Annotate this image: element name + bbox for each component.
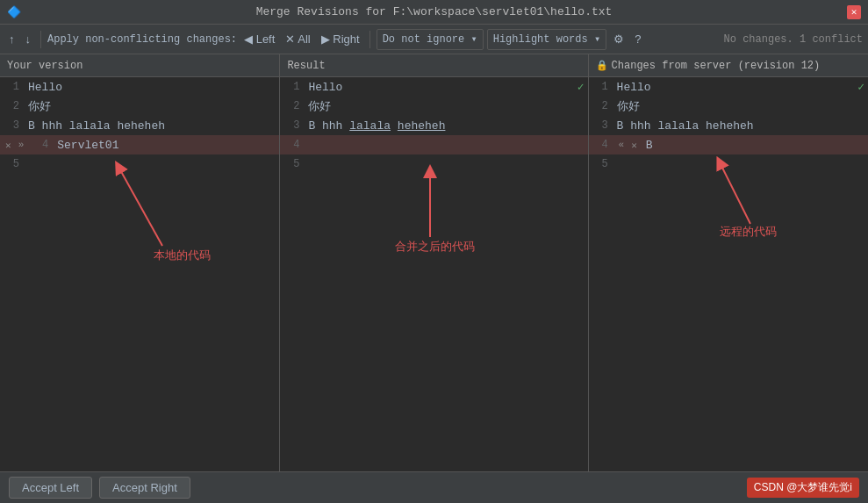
bottom-right: CSDN @大梦谁先觉i xyxy=(747,478,859,498)
table-row: 5 xyxy=(280,154,587,174)
line-content: Servlet01 xyxy=(54,139,279,152)
line-number: 2 xyxy=(589,100,613,112)
left-header-label: Your version xyxy=(7,60,82,72)
conflict-x-marker: ✕ xyxy=(3,140,14,151)
line-number: 4 xyxy=(589,139,613,151)
line-content: Hello xyxy=(305,81,577,94)
line-content: B hhh lalala heheheh xyxy=(25,119,279,133)
table-row: 1 Hello ✓ xyxy=(280,77,587,97)
toolbar-separator-2 xyxy=(369,31,370,48)
table-row: 1 Hello xyxy=(0,77,279,97)
ignore-dropdown[interactable]: Do not ignore ▾ xyxy=(377,29,484,50)
toolbar-separator-1 xyxy=(40,31,41,48)
line-number: 5 xyxy=(280,158,305,170)
table-row: 3 B hhh lalala heheheh xyxy=(589,116,868,135)
apply-right-button[interactable]: ▶ Right xyxy=(318,31,363,47)
right-header-label: Changes from server (revision 12) xyxy=(612,60,821,72)
line-number: 1 xyxy=(280,81,305,93)
table-row: 2 你好 xyxy=(0,97,279,116)
help-button[interactable]: ? xyxy=(631,31,644,47)
line-content: Hello xyxy=(25,81,279,94)
conflict-controls: ✕ » xyxy=(0,140,29,151)
middle-panel-content: 1 Hello ✓ 2 你好 3 B hhh lalala heheheh 4 xyxy=(280,77,587,471)
line-number: 1 xyxy=(0,81,25,93)
toolbar-right: No changes. 1 conflict xyxy=(724,33,863,46)
toolbar: ↑ ↓ Apply non-conflicting changes: ◀ Lef… xyxy=(0,25,868,54)
conflict-row: 4 xyxy=(280,135,587,154)
line-number: 1 xyxy=(589,81,613,93)
apply-all-button[interactable]: ✕ All xyxy=(282,31,313,47)
accept-right-button[interactable]: Accept Right xyxy=(99,477,190,499)
line-content: 你好 xyxy=(305,98,587,114)
table-row: 5 xyxy=(0,154,279,174)
line-number: 2 xyxy=(280,100,305,112)
close-button[interactable]: ✕ xyxy=(847,5,861,19)
conflict-row: ✕ » 4 Servlet01 xyxy=(0,135,279,154)
left-code-area: 1 Hello 2 你好 3 B hhh lalala heheheh ✕ » xyxy=(0,77,279,471)
checkmark-icon: ✓ xyxy=(577,80,588,94)
middle-panel-header: Result xyxy=(280,54,587,77)
bottom-buttons: Accept Left Accept Right xyxy=(9,477,190,499)
line-number: 3 xyxy=(0,119,25,132)
line-number: 5 xyxy=(589,158,613,170)
right-panel-header: 🔒 Changes from server (revision 12) xyxy=(589,54,868,77)
middle-panel: Result 1 Hello ✓ 2 你好 3 B hhh lalala heh… xyxy=(280,54,588,471)
middle-code-area: 1 Hello ✓ 2 你好 3 B hhh lalala heheheh 4 xyxy=(280,77,587,471)
lock-icon: 🔒 xyxy=(596,60,608,71)
conflict-arrow-marker: » xyxy=(16,140,27,150)
table-row: 3 B hhh lalala heheheh xyxy=(280,116,587,135)
title-bar: 🔷 Merge Revisions for F:\workspace\servl… xyxy=(0,0,868,25)
line-number: 2 xyxy=(0,100,25,112)
accept-left-button[interactable]: Accept Left xyxy=(9,477,92,499)
left-panel-header: Your version xyxy=(0,54,279,77)
line-content: 你好 xyxy=(25,98,279,114)
line-number: 3 xyxy=(280,119,305,132)
window-title: Merge Revisions for F:\workspace\servlet… xyxy=(256,5,613,18)
prev-button[interactable]: ↑ xyxy=(5,31,18,47)
line-content: 你好 xyxy=(613,98,868,114)
line-content: Hello xyxy=(613,81,858,94)
middle-header-label: Result xyxy=(287,60,325,72)
apply-left-button[interactable]: ◀ Left xyxy=(240,31,278,47)
right-code-area: 1 Hello ✓ 2 你好 3 B hhh lalala heheheh 4 … xyxy=(589,77,868,471)
left-panel: Your version 1 Hello 2 你好 3 B hhh lalala… xyxy=(0,54,280,471)
line-number: 4 xyxy=(29,139,54,151)
settings-button[interactable]: ⚙ xyxy=(610,31,628,47)
line-number: 3 xyxy=(589,119,613,132)
line-number: 5 xyxy=(0,158,25,170)
left-panel-content: 1 Hello 2 你好 3 B hhh lalala heheheh ✕ » xyxy=(0,77,279,471)
highlight-dropdown[interactable]: Highlight words ▾ xyxy=(487,29,606,50)
app-icon: 🔷 xyxy=(7,5,21,19)
table-row: 1 Hello ✓ xyxy=(589,77,868,97)
line-number: 4 xyxy=(280,139,305,151)
bottom-bar: Accept Left Accept Right CSDN @大梦谁先觉i xyxy=(0,471,868,503)
line-content: B hhh lalala heheheh xyxy=(305,119,587,133)
conflict-controls: « ✕ xyxy=(613,140,642,151)
conflict-x-marker: ✕ xyxy=(628,140,640,151)
table-row: 2 你好 xyxy=(589,97,868,116)
table-row: 5 xyxy=(589,154,868,174)
table-row: 3 B hhh lalala heheheh xyxy=(0,116,279,135)
csdn-badge: CSDN @大梦谁先觉i xyxy=(747,478,859,498)
conflict-arrow-left: « xyxy=(616,140,628,150)
main-area: Your version 1 Hello 2 你好 3 B hhh lalala… xyxy=(0,54,868,471)
line-content: B xyxy=(642,139,868,152)
conflict-row: 4 « ✕ B xyxy=(589,135,868,154)
line-content: B hhh lalala heheheh xyxy=(613,119,868,133)
table-row: 2 你好 xyxy=(280,97,587,116)
apply-label: Apply non-conflicting changes: xyxy=(47,33,237,46)
checkmark-icon: ✓ xyxy=(857,80,868,94)
status-text: No changes. 1 conflict xyxy=(724,33,863,46)
right-panel-content: 1 Hello ✓ 2 你好 3 B hhh lalala heheheh 4 … xyxy=(589,77,868,471)
next-button[interactable]: ↓ xyxy=(22,31,35,47)
right-panel: 🔒 Changes from server (revision 12) 1 He… xyxy=(589,54,868,471)
